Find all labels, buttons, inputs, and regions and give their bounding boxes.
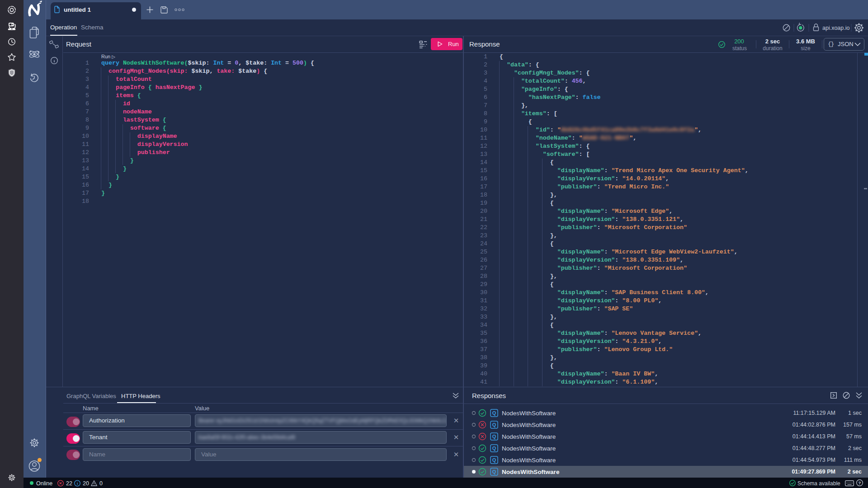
- svg-text:?: ?: [859, 480, 861, 485]
- svg-text:Q: Q: [492, 469, 496, 474]
- svg-text:Q: Q: [492, 434, 496, 439]
- svg-text:Q: Q: [492, 422, 496, 427]
- svg-text:Q: Q: [492, 446, 496, 451]
- svg-text:Q: Q: [492, 410, 496, 416]
- svg-text:Q: Q: [492, 457, 496, 463]
